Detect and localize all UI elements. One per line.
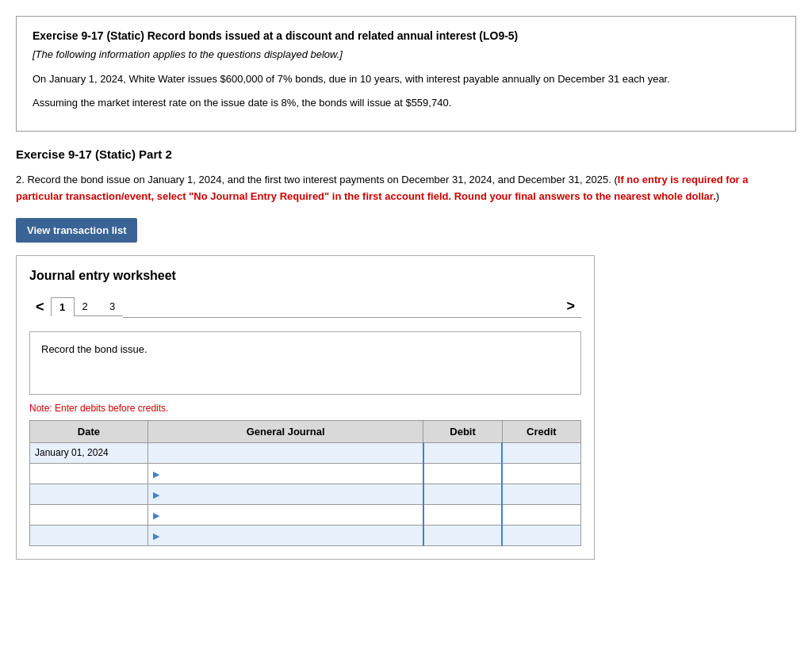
tab-3[interactable]: 3 [96, 297, 123, 316]
credit-input[interactable] [508, 510, 576, 521]
table-row: ▶ [30, 525, 581, 545]
exercise-info-box: Exercise 9-17 (Static) Record bonds issu… [16, 16, 796, 132]
para2: Assuming the market interest rate on the… [33, 95, 779, 111]
credit-header: Credit [502, 420, 580, 442]
nav-fill [123, 296, 560, 318]
debit-cell[interactable] [423, 442, 502, 463]
instruction-text-start: 2. Record the bond issue on January 1, 2… [16, 174, 618, 185]
record-instruction-text: Record the bond issue. [41, 343, 147, 355]
date-header: Date [30, 420, 148, 442]
credit-cell[interactable] [502, 525, 580, 545]
tab-2[interactable]: 2 [75, 297, 96, 316]
journal-cell[interactable] [147, 442, 423, 463]
journal-cell[interactable]: ▶ [147, 484, 423, 504]
indent-arrow: ▶ [153, 490, 159, 499]
debit-input[interactable] [429, 468, 496, 480]
date-cell: January 01, 2024 [30, 442, 148, 463]
indent-arrow: ▶ [153, 531, 159, 541]
credit-input[interactable] [508, 448, 576, 459]
view-transaction-button[interactable]: View transaction list [16, 218, 137, 243]
journal-input[interactable] [153, 448, 418, 459]
journal-worksheet: Journal entry worksheet < 1 2 3 > Record… [16, 255, 595, 560]
instruction-text-end: ) [716, 190, 719, 202]
table-row: ▶ [30, 504, 581, 525]
date-cell [30, 484, 148, 504]
journal-cell[interactable]: ▶ [147, 525, 423, 545]
record-instruction-box: Record the bond issue. [29, 331, 581, 395]
exercise-title: Exercise 9-17 (Static) Record bonds issu… [33, 29, 779, 42]
note-text: Note: Enter debits before credits. [29, 403, 581, 414]
debit-header: Debit [423, 420, 502, 442]
para1: On January 1, 2024, White Water issues $… [33, 71, 779, 87]
debit-cell[interactable] [423, 484, 502, 504]
journal-input[interactable] [164, 468, 418, 480]
general-journal-header: General Journal [147, 420, 423, 442]
journal-input[interactable] [164, 489, 418, 500]
date-cell [30, 463, 148, 484]
journal-input[interactable] [164, 510, 418, 521]
table-row: January 01, 2024 [30, 442, 581, 463]
debit-cell[interactable] [423, 463, 502, 484]
credit-input[interactable] [508, 530, 576, 541]
credit-cell[interactable] [502, 463, 580, 484]
debit-input[interactable] [429, 448, 496, 459]
next-arrow[interactable]: > [560, 296, 581, 318]
debit-input[interactable] [429, 530, 496, 541]
part-title: Exercise 9-17 (Static) Part 2 [16, 147, 796, 161]
journal-table: Date General Journal Debit Credit Januar… [29, 420, 581, 546]
credit-input[interactable] [508, 468, 576, 480]
credit-cell[interactable] [502, 484, 580, 504]
worksheet-title: Journal entry worksheet [29, 269, 581, 283]
debit-cell[interactable] [423, 525, 502, 545]
date-cell [30, 525, 148, 545]
credit-cell[interactable] [502, 504, 580, 525]
table-row: ▶ [30, 463, 581, 484]
instructions: 2. Record the bond issue on January 1, 2… [16, 172, 796, 205]
prev-arrow[interactable]: < [29, 296, 51, 319]
debit-input[interactable] [429, 489, 496, 500]
tab-navigation: < 1 2 3 > [29, 296, 581, 319]
exercise-subtitle: [The following information applies to th… [33, 48, 779, 60]
tab-1[interactable]: 1 [51, 297, 75, 316]
date-cell [30, 504, 148, 525]
debit-cell[interactable] [423, 504, 502, 525]
indent-arrow: ▶ [153, 469, 159, 479]
journal-cell[interactable]: ▶ [147, 504, 423, 525]
journal-cell[interactable]: ▶ [147, 463, 423, 484]
credit-cell[interactable] [502, 442, 580, 463]
debit-input[interactable] [429, 510, 496, 521]
journal-input[interactable] [164, 530, 418, 541]
table-row: ▶ [30, 484, 581, 504]
table-header-row: Date General Journal Debit Credit [30, 420, 581, 442]
credit-input[interactable] [508, 489, 576, 500]
indent-arrow: ▶ [153, 510, 159, 520]
